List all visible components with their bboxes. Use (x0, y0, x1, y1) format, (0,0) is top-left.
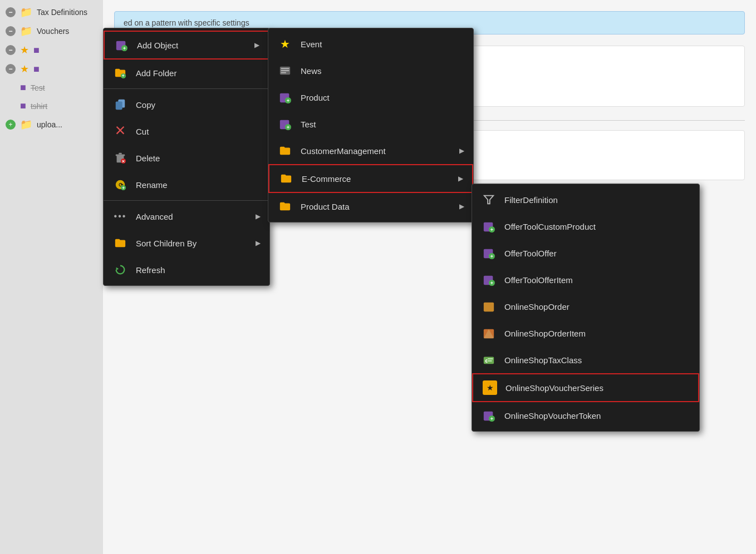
menu-item-news[interactable]: News (268, 57, 473, 84)
offer-tool-offer-item-icon: + (481, 272, 497, 288)
menu-item-label: Add Object (137, 41, 178, 50)
folder-icon: 📁 (20, 25, 32, 37)
svg-marker-18 (116, 267, 119, 270)
menu-item-offer-custom-product[interactable]: + OfferToolCustomProduct (472, 213, 699, 240)
star-icon: ★ (20, 63, 29, 75)
svg-text:×: × (122, 159, 125, 164)
menu-item-label: Add Folder (136, 68, 176, 78)
rename-icon: ⟳ + (112, 177, 128, 192)
menu-item-label: OfferToolOffer (504, 249, 557, 258)
e-commerce-icon (278, 171, 294, 186)
voucher-series-icon: ★ (482, 380, 498, 395)
advanced-icon: ••• (112, 209, 128, 224)
sidebar-item-vouchers[interactable]: − 📁 Vouchers (0, 22, 103, 41)
cube-icon: ■ (33, 63, 40, 75)
sidebar-item-test[interactable]: ■ Test (0, 78, 103, 97)
sidebar-item-tax-definitions[interactable]: − 📁 Tax Definitions (0, 3, 103, 22)
menu-item-copy[interactable]: Copy (104, 91, 269, 118)
refresh-icon (112, 262, 128, 278)
offer-tool-offer-icon: + (481, 245, 497, 261)
test-icon: + (277, 116, 293, 132)
offer-custom-product-icon: + (481, 219, 497, 234)
svg-marker-29 (484, 196, 494, 204)
svg-rect-44 (488, 360, 492, 362)
menu-item-online-shop-tax-class[interactable]: € OnlineShopTaxClass (472, 347, 699, 373)
submenu-arrow: ▶ (256, 239, 261, 247)
collapse-button[interactable]: − (6, 26, 16, 36)
submenu-arrow: ▶ (254, 41, 259, 49)
menu-item-e-commerce[interactable]: E-Commerce ▶ (268, 164, 473, 193)
cube-icon: ■ (33, 44, 40, 56)
add-icon[interactable]: + (6, 120, 16, 130)
folder-icon: 📁 (20, 118, 32, 131)
menu-item-add-object[interactable]: + Add Object ▶ (104, 31, 269, 60)
news-icon (277, 63, 293, 78)
svg-text:+: + (287, 125, 289, 130)
menu-item-voucher-series[interactable]: ★ OnlineShopVoucherSeries (472, 373, 699, 402)
sidebar-item-star1[interactable]: − ★ ■ (0, 41, 103, 60)
menu-item-filter-def[interactable]: FilterDefinition (472, 186, 699, 213)
menu-item-customer-mgmt[interactable]: CustomerManagement ▶ (268, 137, 473, 164)
menu-item-label: Sort Children By (136, 239, 197, 248)
menu-item-test[interactable]: + Test (268, 111, 473, 137)
menu-item-label: Copy (136, 100, 155, 110)
menu-item-cut[interactable]: Cut (104, 118, 269, 145)
delete-icon: × (112, 150, 128, 166)
svg-rect-43 (488, 358, 493, 359)
sort-icon (112, 235, 128, 251)
collapse-button[interactable]: − (6, 45, 16, 55)
menu-item-advanced[interactable]: ••• Advanced ▶ (104, 203, 269, 230)
cut-icon (112, 123, 128, 139)
menu-item-label: OnlineShopVoucherToken (504, 411, 601, 421)
menu-item-label: Product Data (301, 202, 350, 211)
product-data-icon (277, 199, 293, 214)
collapse-button[interactable]: − (6, 7, 16, 17)
menu-item-label: Refresh (136, 265, 165, 275)
cube-icon: ■ (20, 82, 26, 93)
svg-text:+: + (122, 186, 125, 191)
menu-item-label: OnlineShopOrderItem (504, 329, 586, 338)
product-icon: + (277, 90, 293, 105)
menu-item-sort-children[interactable]: Sort Children By ▶ (104, 230, 269, 256)
svg-text:€: € (485, 359, 488, 364)
context-menu-level3: FilterDefinition + OfferToolCustomProduc… (472, 184, 700, 432)
context-menu-level1: + Add Object ▶ + Add Folder Copy (103, 28, 270, 286)
menu-item-product-data[interactable]: Product Data ▶ (268, 193, 473, 220)
menu-item-voucher-token[interactable]: + OnlineShopVoucherToken (472, 402, 699, 429)
menu-item-label: OnlineShopOrder (504, 302, 570, 311)
collapse-button[interactable]: − (6, 64, 16, 74)
menu-item-add-folder[interactable]: + Add Folder (104, 60, 269, 86)
menu-item-online-shop-order[interactable]: OnlineShopOrder (472, 293, 699, 320)
menu-item-label: OnlineShopVoucherSeries (505, 383, 603, 393)
menu-item-label: Test (301, 120, 316, 129)
menu-item-product[interactable]: + Product (268, 84, 473, 111)
menu-item-label: Event (301, 39, 322, 49)
submenu-arrow: ▶ (459, 202, 464, 210)
menu-item-label: Rename (136, 180, 168, 190)
svg-rect-10 (116, 155, 125, 156)
menu-item-event[interactable]: ★ Event (268, 31, 473, 57)
sidebar-item-star2[interactable]: − ★ ■ (0, 60, 103, 78)
sidebar: − 📁 Tax Definitions − 📁 Vouchers − ★ ■ −… (0, 0, 103, 554)
online-shop-tax-class-icon: € (481, 352, 497, 368)
menu-item-offer-tool-offer-item[interactable]: + OfferToolOfferItem (472, 266, 699, 293)
menu-item-refresh[interactable]: Refresh (104, 256, 269, 283)
menu-item-rename[interactable]: ⟳ + Rename (104, 171, 269, 198)
svg-rect-11 (119, 153, 122, 155)
sidebar-item-label: Tax Definitions (37, 8, 87, 17)
menu-item-label: OfferToolCustomProduct (504, 222, 596, 231)
sidebar-item-tshirt[interactable]: ■ tshirt (0, 97, 103, 115)
menu-item-delete[interactable]: × Delete (104, 145, 269, 171)
submenu-arrow: ▶ (458, 175, 463, 182)
menu-item-label: OnlineShopTaxClass (504, 355, 582, 365)
menu-item-offer-tool-offer[interactable]: + OfferToolOffer (472, 240, 699, 266)
cube-icon: ■ (20, 100, 26, 112)
menu-item-label: CustomerManagement (301, 146, 386, 156)
svg-text:+: + (123, 46, 126, 51)
voucher-token-icon: + (481, 408, 497, 423)
svg-text:+: + (490, 227, 493, 233)
menu-separator-2 (104, 200, 269, 201)
svg-rect-20 (281, 68, 289, 69)
menu-item-online-shop-order-item[interactable]: OnlineShopOrderItem (472, 320, 699, 347)
sidebar-item-upload[interactable]: + 📁 uploa... (0, 115, 103, 134)
